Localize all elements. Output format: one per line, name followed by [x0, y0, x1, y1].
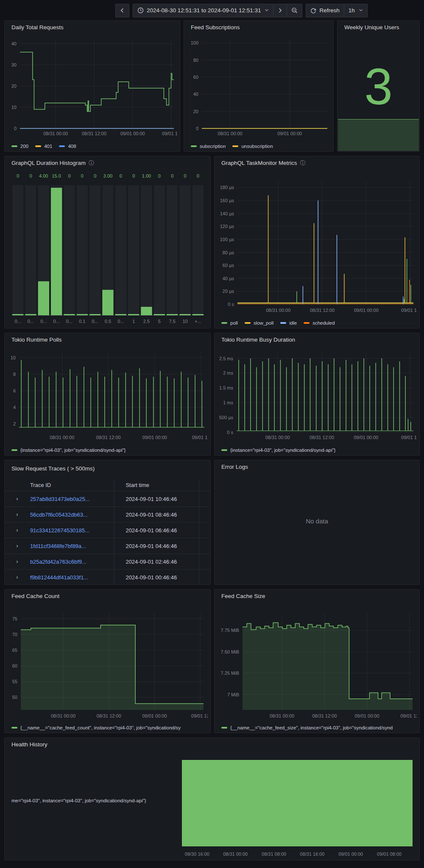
panel-header[interactable]: GraphQL Duration Histogram ⓘ [5, 156, 210, 169]
chevron-right-icon [278, 8, 282, 13]
panel-header[interactable]: Slow Request Traces ( > 500ms) [5, 460, 210, 476]
row-expand-chevron-icon[interactable]: › [16, 559, 18, 565]
panel-header[interactable]: Error Logs [215, 460, 419, 473]
legend-item[interactable]: poll [221, 320, 238, 326]
svg-text:40 µs: 40 µs [223, 276, 234, 281]
panel-title: Tokio Runtime Busy Duration [221, 337, 295, 343]
legend-series-label: idle [289, 320, 297, 326]
legend-item[interactable]: {__name__="cache_feed_size", instance="r… [221, 725, 393, 730]
zoom-out-icon [291, 7, 298, 14]
extra-cell: s [205, 512, 210, 518]
start-time-cell: 2024-09-01 02:46:46 [120, 559, 205, 565]
svg-text:+...: +... [195, 319, 201, 324]
svg-text:09/01 00:00: 09/01 00:00 [277, 131, 302, 136]
svg-text:09/01 12: 09/01 12 [400, 713, 417, 718]
row-expand-chevron-icon[interactable]: › [16, 543, 18, 549]
panel-header[interactable]: Weekly Unique Users [338, 21, 419, 33]
svg-text:08/31 00:00: 08/31 00:00 [223, 851, 248, 857]
legend-item[interactable]: {instance="rpi4-03", job="syndicationd/s… [221, 448, 335, 453]
trace-id-link[interactable]: 91c334122674530185... [29, 527, 120, 534]
panel-title: Slow Request Traces ( > 500ms) [11, 465, 95, 472]
panel-title: GraphQL TaskMonitor Metrics [221, 160, 297, 166]
panel-title: Feed Subscriptions [191, 24, 240, 31]
feed-cache-size-chart[interactable]: 7 MiB7.25 MiB7.50 MiB7.75 MiB08/31 00:00… [218, 602, 417, 720]
table-row: ›56cdb7f6c05432db63...2024-09-01 08:46:4… [5, 506, 210, 522]
panel-header[interactable]: Feed Cache Count [5, 590, 210, 602]
feed-cache-count-chart[interactable]: 50556065707508/31 00:0008/31 12:0009/01 … [8, 602, 208, 720]
column-header-extra[interactable]: S [205, 482, 210, 488]
panel-graphql-duration-histogram: GraphQL Duration Histogram ⓘ 00...00...4… [4, 156, 211, 328]
svg-text:09/01 12: 09/01 12 [401, 308, 417, 313]
svg-text:08/31 00:00: 08/31 00:00 [266, 308, 290, 313]
row-expand-chevron-icon[interactable]: › [16, 574, 18, 580]
tokio-runtime-polls-chart[interactable]: 24681008/31 00:0008/31 12:0009/01 00:000… [8, 346, 208, 442]
svg-text:1.5 ms: 1.5 ms [219, 385, 234, 390]
trace-id-link[interactable]: 257ab8d31473eb0a25... [29, 496, 120, 502]
column-divider [114, 479, 114, 584]
panel-health-history: Health History me="rpi4-03", instance="r… [4, 737, 420, 860]
panel-weekly-unique-users: Weekly Unique Users 3 [337, 20, 420, 152]
health-history-chart[interactable]: 08/30 16:0008/31 00:0008/31 08:0008/31 1… [174, 752, 417, 859]
legend-item[interactable]: subscription [191, 144, 226, 149]
legend-series-label: 408 [68, 144, 76, 149]
stat-sparkline [338, 119, 419, 151]
panel-header[interactable]: Feed Subscriptions [184, 21, 333, 33]
legend-item[interactable]: unsubscription [232, 144, 273, 149]
svg-text:08/31 00:00: 08/31 00:00 [51, 713, 75, 718]
panel-header[interactable]: Health History [5, 738, 419, 751]
trace-id-link[interactable]: 1fd11cf3468fe7bf89a... [29, 543, 120, 549]
svg-text:2.5 ms: 2.5 ms [219, 356, 234, 361]
legend-item[interactable]: scheduled [304, 320, 335, 326]
stat-value: 3 [338, 57, 419, 116]
feed-subscriptions-chart[interactable]: 02040608010008/31 00:0009/01 00:00 [187, 33, 331, 138]
panel-header[interactable]: GraphQL TaskMonitor Metrics ⓘ [215, 156, 419, 169]
svg-text:0: 0 [14, 126, 17, 131]
graphql-taskmonitor-chart[interactable]: 0 s20 µs40 µs60 µs80 µs100 µs120 µs140 µ… [218, 169, 417, 314]
column-header-trace-id[interactable]: Trace ID [29, 482, 120, 488]
time-range-picker-button[interactable]: 2024-08-30 12:51:31 to 2024-09-01 12:51:… [133, 4, 273, 17]
time-shift-forward-button[interactable] [273, 4, 287, 17]
graphql-duration-histogram-chart[interactable]: 00...00...4.000...15.00...00...00.100...… [8, 169, 208, 326]
legend-item[interactable]: idle [280, 320, 297, 326]
legend-series-color [11, 145, 17, 147]
svg-text:0: 0 [81, 173, 84, 178]
daily-total-requests-chart[interactable]: 01020304008/31 00:0008/31 12:0009/01 00:… [8, 33, 177, 138]
info-icon[interactable]: ⓘ [300, 160, 306, 166]
zoom-out-button[interactable] [287, 4, 302, 17]
svg-text:08/30 16:00: 08/30 16:00 [185, 851, 209, 857]
legend-series-color [221, 322, 227, 324]
panel-header[interactable]: Daily Total Requests [5, 21, 180, 33]
legend-series-label: unsubscription [241, 144, 273, 149]
time-shift-back-button[interactable] [115, 4, 129, 17]
tokio-runtime-busy-chart[interactable]: 0 s500 µs1 ms1.5 ms2 ms2.5 ms08/31 00:00… [218, 346, 417, 442]
svg-text:0: 0 [94, 173, 96, 178]
legend-series-color [280, 322, 286, 324]
trace-id-link[interactable]: 56cdb7f6c05432db63... [29, 512, 120, 518]
info-icon[interactable]: ⓘ [89, 160, 94, 166]
row-expand-chevron-icon[interactable]: › [16, 527, 18, 533]
row-expand-chevron-icon[interactable]: › [16, 512, 18, 517]
legend-item[interactable]: {instance="rpi4-03", job="syndicationd/s… [11, 448, 126, 453]
legend-item[interactable]: {__name__="cache_feed_count", instance="… [11, 725, 181, 730]
chart-legend: subscriptionunsubscription [191, 144, 330, 149]
svg-text:08/31 00:00: 08/31 00:00 [50, 435, 74, 440]
svg-text:2.5: 2.5 [143, 319, 150, 324]
refresh-button[interactable]: Refresh [306, 4, 343, 17]
panel-feed-subscriptions: Feed Subscriptions 02040608010008/31 00:… [184, 20, 334, 152]
legend-item[interactable]: slow_poll [245, 320, 273, 326]
row-expand-chevron-icon[interactable]: › [16, 496, 18, 502]
legend-item[interactable]: 408 [59, 144, 76, 149]
refresh-interval-dropdown[interactable]: 1h [344, 4, 368, 17]
legend-item[interactable]: 200 [11, 144, 28, 149]
panel-header[interactable]: Tokio Runtime Busy Duration [215, 333, 419, 346]
panel-header[interactable]: Tokio Runtime Polls [5, 333, 210, 346]
column-header-start-time[interactable]: Start time [120, 482, 205, 488]
legend-series-color [191, 145, 197, 147]
svg-text:30: 30 [11, 62, 17, 67]
panel-header[interactable]: Feed Cache Size [215, 590, 419, 602]
svg-text:09/01 00:00: 09/01 00:00 [354, 435, 378, 440]
svg-text:08/31 00:00: 08/31 00:00 [270, 713, 294, 718]
legend-item[interactable]: 401 [35, 144, 52, 149]
trace-id-link[interactable]: f9b812444df41a033f1... [29, 574, 120, 581]
trace-id-link[interactable]: b25a2fd42a763c6bf9... [29, 559, 120, 565]
